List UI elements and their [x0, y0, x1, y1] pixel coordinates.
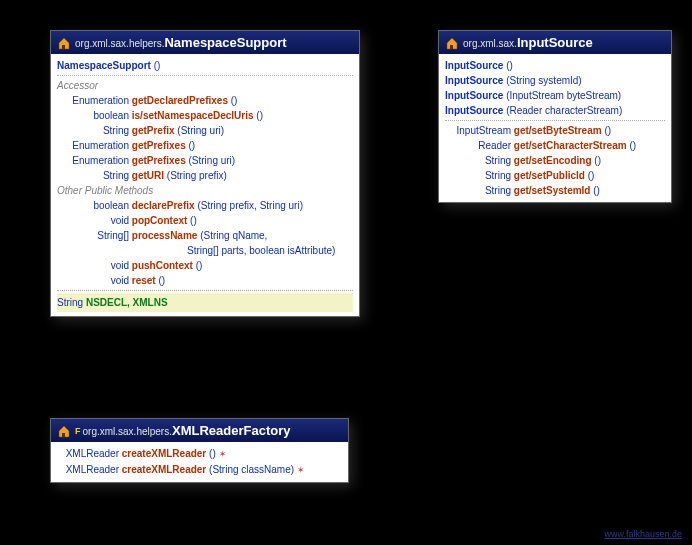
method-row: Enumeration getPrefixes (String uri): [57, 153, 353, 168]
method-row: boolean declarePrefix (String prefix, St…: [57, 198, 353, 213]
constructor-row: InputSource (): [445, 58, 665, 73]
method-row: InputStream get/setByteStream (): [445, 123, 665, 138]
method-row: Enumeration getDeclaredPrefixes (): [57, 93, 353, 108]
method-row: void reset (): [57, 273, 353, 288]
constructor-row: InputSource (Reader characterStream): [445, 103, 665, 118]
method-row: XMLReader createXMLReader (String classN…: [57, 462, 342, 478]
watermark-link[interactable]: www.falkhausen.de: [604, 529, 682, 539]
method-row: void popContext (): [57, 213, 353, 228]
class-card-namespacesupport: org.xml.sax.helpers.NamespaceSupport Nam…: [50, 30, 360, 317]
section-label: Other Public Methods: [57, 183, 353, 198]
class-icon: [445, 36, 459, 50]
method-row: boolean is/setNamespaceDeclUris (): [57, 108, 353, 123]
method-row: String[] processName (String qName,: [57, 228, 353, 243]
card-body: XMLReader createXMLReader () ✶ XMLReader…: [51, 442, 348, 482]
package-label: org.xml.sax.helpers.NamespaceSupport: [75, 35, 287, 50]
svg-rect-0: [62, 45, 65, 49]
throws-icon: ✶: [297, 465, 305, 475]
method-row: String get/setEncoding (): [445, 153, 665, 168]
section-label: Accessor: [57, 78, 353, 93]
card-header: F org.xml.sax.helpers.XMLReaderFactory: [51, 419, 348, 442]
constructor-row: InputSource (InputStream byteStream): [445, 88, 665, 103]
constructor-row: InputSource (String systemId): [445, 73, 665, 88]
class-icon: [57, 424, 71, 438]
constructor-row: NamespaceSupport (): [57, 58, 353, 73]
package-label: org.xml.sax.InputSource: [463, 35, 593, 50]
card-body: InputSource () InputSource (String syste…: [439, 54, 671, 202]
method-row: XMLReader createXMLReader () ✶: [57, 446, 342, 462]
method-row: String get/setSystemId (): [445, 183, 665, 198]
final-marker: F: [75, 426, 81, 436]
svg-rect-1: [450, 45, 453, 49]
method-row: String getPrefix (String uri): [57, 123, 353, 138]
method-row: void pushContext (): [57, 258, 353, 273]
card-body: NamespaceSupport () Accessor Enumeration…: [51, 54, 359, 316]
class-icon: [57, 36, 71, 50]
method-row-cont: String[] parts, boolean isAttribute): [57, 243, 353, 258]
svg-rect-2: [62, 433, 65, 437]
throws-icon: ✶: [219, 449, 227, 459]
package-label: org.xml.sax.helpers.XMLReaderFactory: [83, 423, 291, 438]
method-row: Reader get/setCharacterStream (): [445, 138, 665, 153]
class-card-xmlreaderfactory: F org.xml.sax.helpers.XMLReaderFactory X…: [50, 418, 349, 483]
card-header: org.xml.sax.InputSource: [439, 31, 671, 54]
method-row: Enumeration getPrefixes (): [57, 138, 353, 153]
constants-row: String NSDECL, XMLNS: [57, 293, 353, 312]
method-row: String getURI (String prefix): [57, 168, 353, 183]
card-header: org.xml.sax.helpers.NamespaceSupport: [51, 31, 359, 54]
class-card-inputsource: org.xml.sax.InputSource InputSource () I…: [438, 30, 672, 203]
method-row: String get/setPublicId (): [445, 168, 665, 183]
